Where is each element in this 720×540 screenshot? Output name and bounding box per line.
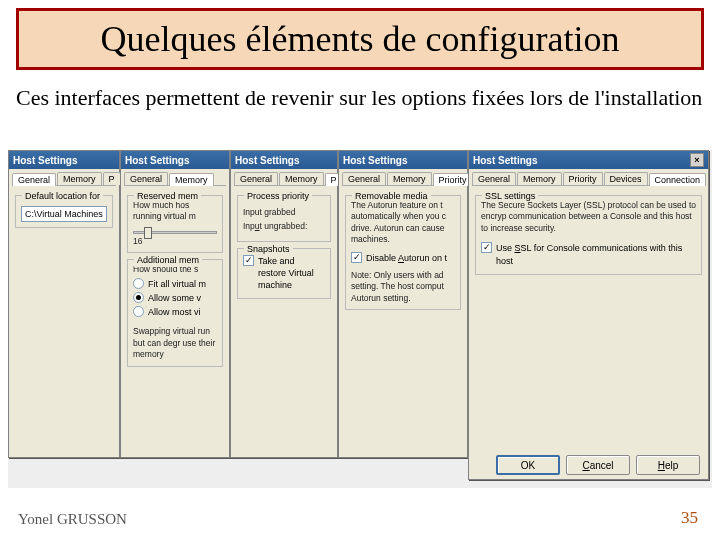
checkbox-take-restore[interactable]: ✓	[243, 255, 254, 266]
slide-title-box: Quelques éléments de configuration	[16, 8, 704, 70]
slide-subtitle: Ces interfaces permettent de revenir sur…	[16, 84, 704, 112]
tab-general[interactable]: General	[234, 172, 278, 185]
tab-general[interactable]: General	[342, 172, 386, 185]
group-additional-mem: Additional mem	[134, 254, 202, 266]
cancel-button[interactable]: Cancel	[566, 455, 630, 475]
group-ssl-settings: SSL settings	[482, 190, 538, 202]
reserved-mem-text: How much hos running virtual m	[133, 200, 217, 223]
tab-p[interactable]: P	[103, 172, 121, 185]
tab-memory[interactable]: Memory	[57, 172, 102, 185]
autorun-note: Note: Only users with ad setting. The ho…	[351, 270, 455, 304]
host-settings-window-general: Host Settings General Memory P Default l…	[8, 150, 120, 458]
window-title: Host Settings	[473, 155, 537, 166]
group-removable-media: Removable media	[352, 190, 431, 202]
host-settings-window-connection: Host Settings × General Memory Priority …	[468, 150, 709, 480]
ok-button[interactable]: OK	[496, 455, 560, 475]
window-title: Host Settings	[343, 155, 407, 166]
checkbox-disable-autorun[interactable]: ✓	[351, 252, 362, 263]
host-settings-window-memory: Host Settings General Memory Reserved me…	[120, 150, 230, 458]
screenshot-composite: Host Settings General Memory P Default l…	[8, 150, 712, 488]
memory-slider[interactable]	[133, 231, 217, 234]
group-snapshots: Snapshots	[244, 243, 293, 255]
checkbox-use-ssl[interactable]: ✓	[481, 242, 492, 253]
slide-title: Quelques éléments de configuration	[101, 18, 620, 60]
tab-memory[interactable]: Memory	[517, 172, 562, 185]
group-default-location: Default location for	[22, 190, 103, 202]
default-location-input[interactable]	[21, 206, 107, 222]
radio-allow-some[interactable]	[133, 292, 144, 303]
close-icon[interactable]: ×	[690, 153, 704, 167]
window-title: Host Settings	[125, 155, 189, 166]
tab-general[interactable]: General	[124, 172, 168, 185]
tab-devices[interactable]: Devices	[604, 172, 648, 185]
host-settings-window-priority: Host Settings General Memory P Process p…	[230, 150, 338, 458]
group-reserved-mem: Reserved mem	[134, 190, 201, 202]
tab-priority[interactable]: Priority	[563, 172, 603, 185]
window-title: Host Settings	[235, 155, 299, 166]
footer-page-number: 35	[681, 508, 698, 528]
group-process-priority: Process priority	[244, 190, 312, 202]
swap-note: Swapping virtual run but can degr use th…	[133, 326, 217, 360]
radio-allow-most[interactable]	[133, 306, 144, 317]
autorun-text: The Autorun feature on t automatically w…	[351, 200, 455, 246]
tab-memory[interactable]: Memory	[279, 172, 324, 185]
tab-memory[interactable]: Memory	[387, 172, 432, 185]
tab-general[interactable]: General	[472, 172, 516, 185]
footer-author: Yonel GRUSSON	[18, 511, 127, 528]
radio-fit-all[interactable]	[133, 278, 144, 289]
ssl-text: The Secure Sockets Layer (SSL) protocol …	[481, 200, 696, 234]
host-settings-window-devices: Host Settings General Memory Priority Re…	[338, 150, 468, 458]
help-button[interactable]: Help	[636, 455, 700, 475]
window-title: Host Settings	[13, 155, 77, 166]
